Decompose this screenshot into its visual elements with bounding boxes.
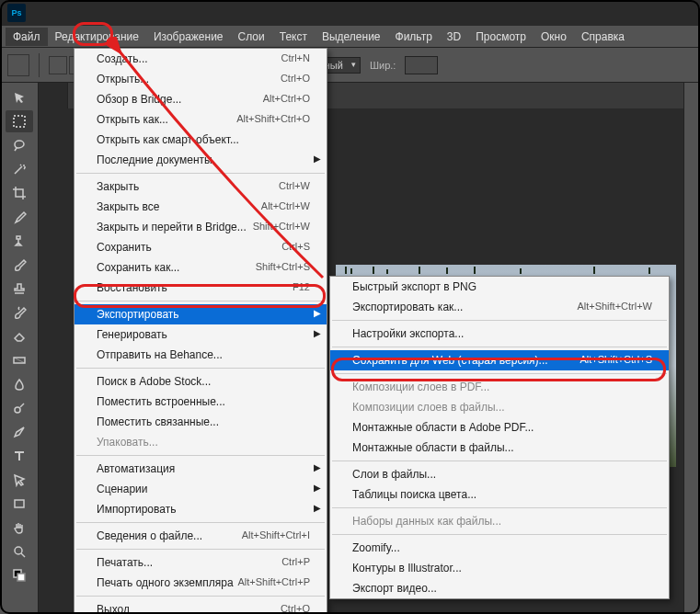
menu-просмотр[interactable]: Просмотр [468, 28, 534, 46]
file-menu-item-1[interactable]: Открыть...Ctrl+O [75, 69, 327, 89]
export-menu-item-19[interactable]: Экспорт видео... [330, 578, 669, 598]
menu-item-label: Монтажные области в Adobe PDF... [352, 421, 534, 434]
export-menu-item-0[interactable]: Быстрый экспорт в PNG [330, 277, 669, 297]
menu-выделение[interactable]: Выделение [315, 28, 388, 46]
export-menu-item-10[interactable]: Монтажные области в файлы... [330, 438, 669, 458]
menu-item-label: Сохранить для Web (старая версия)... [352, 354, 548, 367]
file-menu-item-15[interactable]: Генерировать▶ [75, 324, 327, 345]
submenu-arrow-icon: ▶ [314, 503, 321, 513]
menu-слои[interactable]: Слои [231, 28, 272, 46]
side-panel [683, 83, 700, 614]
file-menu-item-32[interactable]: ВыходCtrl+Q [75, 599, 327, 614]
path-tool[interactable] [6, 469, 33, 491]
selection-new-button[interactable] [49, 56, 67, 74]
menu-item-label: Генерировать [97, 328, 167, 341]
export-menu-item-13[interactable]: Таблицы поиска цвета... [330, 484, 669, 505]
menu-текст[interactable]: Текст [272, 28, 315, 46]
menu-item-label: Композиции слоев в файлы... [352, 401, 505, 414]
menu-item-label: Слои в файлы... [352, 468, 436, 481]
zoom-tool[interactable] [6, 540, 33, 563]
file-menu-item-16[interactable]: Отправить на Behance... [75, 345, 327, 365]
file-menu-item-12[interactable]: ВосстановитьF12 [75, 278, 327, 298]
colors-tool[interactable] [6, 564, 33, 586]
file-menu-item-19[interactable]: Поместить встроенные... [75, 392, 327, 412]
menu-item-label: Закрыть все [97, 200, 159, 213]
eyedrop-tool[interactable] [6, 206, 33, 228]
export-menu-item-12[interactable]: Слои в файлы... [330, 464, 669, 484]
svg-rect-4 [15, 500, 24, 507]
tool-preset-button[interactable] [7, 54, 29, 76]
export-menu-item-18[interactable]: Контуры в Illustrator... [330, 558, 669, 578]
export-menu-item-9[interactable]: Монтажные области в Adobe PDF... [330, 417, 669, 438]
menu-item-shortcut: Shift+Ctrl+S [256, 261, 310, 274]
menu-item-label: Поместить связанные... [97, 415, 219, 428]
menu-item-shortcut: Ctrl+W [279, 180, 310, 193]
export-menu-item-17[interactable]: Zoomify... [330, 538, 669, 558]
crop-tool[interactable] [6, 182, 33, 204]
menu-фильтр[interactable]: Фильтр [388, 28, 440, 46]
file-menu-item-0[interactable]: Создать...Ctrl+N [75, 49, 327, 69]
menu-редактирование[interactable]: Редактирование [48, 28, 146, 46]
file-menu-item-3[interactable]: Открыть как...Alt+Shift+Ctrl+O [75, 109, 327, 130]
file-menu-item-18[interactable]: Поиск в Adobe Stock... [75, 371, 327, 392]
file-menu-item-2[interactable]: Обзор в Bridge...Alt+Ctrl+O [75, 89, 327, 109]
tool-panel [0, 83, 39, 614]
menu-item-label: Сведения о файле... [97, 529, 202, 542]
file-menu-item-25[interactable]: Импортировать▶ [75, 499, 327, 519]
menu-item-label: Сохранить [97, 241, 152, 254]
wand-tool[interactable] [6, 158, 33, 180]
file-menu-item-5[interactable]: Последние документы▶ [75, 150, 327, 170]
menu-item-label: Восстановить [97, 281, 167, 294]
menu-item-label: Zoomify... [352, 541, 400, 554]
menu-справка[interactable]: Справка [574, 28, 632, 46]
blur-tool[interactable] [6, 373, 33, 395]
patch-tool[interactable] [6, 230, 33, 252]
file-menu-item-21: Упаковать... [75, 432, 327, 452]
file-menu-item-7[interactable]: ЗакрытьCtrl+W [75, 176, 327, 197]
eraser-tool[interactable] [6, 325, 33, 347]
file-menu-item-24[interactable]: Сценарии▶ [75, 479, 327, 499]
gradient-tool[interactable] [6, 349, 33, 371]
marquee-tool[interactable] [6, 110, 33, 132]
menu-item-label: Наборы данных как файлы... [352, 515, 501, 528]
file-menu-item-4[interactable]: Открыть как смарт-объект... [75, 130, 327, 150]
submenu-arrow-icon: ▶ [314, 328, 321, 338]
menu-item-shortcut: Ctrl+N [281, 52, 310, 65]
stamp-tool[interactable] [6, 278, 33, 300]
file-menu-item-8[interactable]: Закрыть всеAlt+Ctrl+W [75, 197, 327, 217]
hand-tool[interactable] [6, 517, 33, 539]
menu-item-label: Открыть как... [97, 113, 168, 126]
export-menu-item-5[interactable]: Сохранить для Web (старая версия)...Alt+… [330, 350, 669, 370]
pen-tool[interactable] [6, 421, 33, 443]
svg-rect-7 [17, 574, 25, 581]
menu-3d[interactable]: 3D [440, 28, 468, 46]
brush-tool[interactable] [6, 254, 33, 276]
file-menu-item-20[interactable]: Поместить связанные... [75, 412, 327, 432]
menu-item-label: Экспортировать [97, 308, 179, 321]
menu-item-shortcut: Alt+Shift+Ctrl+W [577, 301, 652, 313]
document-tab[interactable] [39, 83, 68, 108]
file-menu-item-14[interactable]: Экспортировать▶ [75, 304, 327, 324]
menu-item-shortcut: Alt+Shift+Ctrl+S [580, 354, 652, 367]
file-menu-item-10[interactable]: СохранитьCtrl+S [75, 237, 327, 257]
menu-изображение[interactable]: Изображение [146, 28, 231, 46]
file-menu-item-23[interactable]: Автоматизация▶ [75, 459, 327, 479]
dodge-tool[interactable] [6, 397, 33, 419]
file-menu-item-29[interactable]: Печатать...Ctrl+P [75, 552, 327, 573]
move-tool[interactable] [6, 86, 33, 108]
menu-окно[interactable]: Окно [534, 28, 574, 46]
file-menu-item-11[interactable]: Сохранить как...Shift+Ctrl+S [75, 257, 327, 278]
menu-item-label: Композиции слоев в PDF... [352, 381, 489, 393]
export-menu-item-3[interactable]: Настройки экспорта... [330, 324, 669, 344]
rect-tool[interactable] [6, 493, 33, 515]
menu-item-label: Открыть как смарт-объект... [97, 133, 239, 146]
lasso-tool[interactable] [6, 134, 33, 156]
file-menu-item-30[interactable]: Печать одного экземпляраAlt+Shift+Ctrl+P [75, 573, 327, 593]
file-menu-item-27[interactable]: Сведения о файле...Alt+Shift+Ctrl+I [75, 526, 327, 546]
file-menu-item-9[interactable]: Закрыть и перейти в Bridge...Shift+Ctrl+… [75, 217, 327, 237]
width-input[interactable] [405, 56, 438, 74]
menu-файл[interactable]: Файл [6, 28, 48, 46]
type-tool[interactable] [6, 445, 33, 467]
history-tool[interactable] [6, 301, 33, 324]
export-menu-item-1[interactable]: Экспортировать как...Alt+Shift+Ctrl+W [330, 297, 669, 317]
